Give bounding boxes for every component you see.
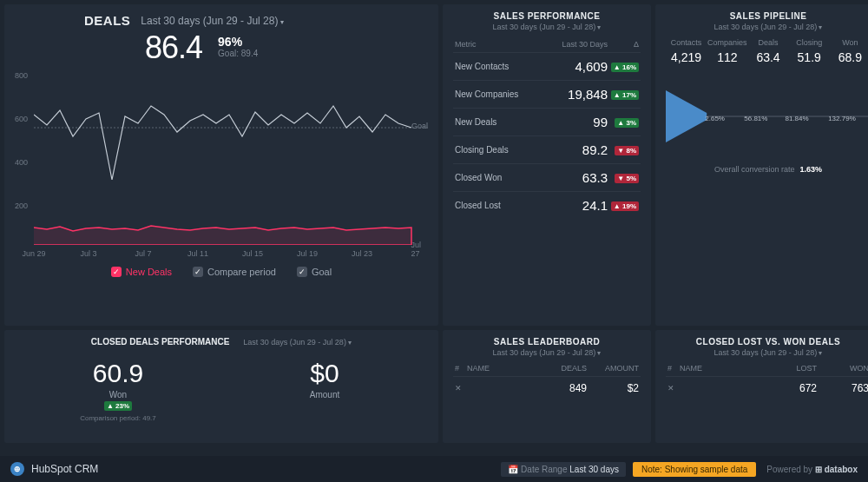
pipe-col: Closing xyxy=(789,38,830,47)
perf-row: Closed Lost24.1▲ 19% xyxy=(453,191,641,219)
ytick: 200 xyxy=(15,201,28,210)
powered-by: Powered by ⊞ databox xyxy=(766,465,858,474)
lostwon-range-selector[interactable]: Last 30 days (Jun 29 - Jul 28) xyxy=(666,348,868,357)
perf-row: New Deals99▲ 3% xyxy=(453,108,641,135)
lost-won-card: CLOSED LOST VS. WON DEALS Last 30 days (… xyxy=(655,330,868,443)
table-row: ✕ 849 $2 xyxy=(453,376,641,399)
sales-pipeline-card: SALES PIPELINE Last 30 days (Jun 29 - Ju… xyxy=(655,4,868,326)
funnel-pct: 56.81% xyxy=(744,115,767,122)
pipe-title: SALES PIPELINE xyxy=(666,11,868,21)
legend-compare[interactable]: ✓Compare period xyxy=(193,267,276,277)
pipe-val: 4,219 xyxy=(666,50,707,64)
leader-title: SALES LEADERBOARD xyxy=(453,337,641,347)
closed-title: CLOSED DEALS PERFORMANCE xyxy=(91,337,229,347)
deals-chart: 800 600 400 200 Goal Jun 29 Jul 3 Jul 7 … xyxy=(15,71,428,258)
ytick: 600 xyxy=(15,115,28,123)
app-logo-icon: ⊕ xyxy=(10,462,24,476)
pipe-val: 68.9 xyxy=(830,50,868,64)
legend-goal[interactable]: ✓Goal xyxy=(297,267,332,277)
xtick: Jul 15 xyxy=(242,249,263,258)
funnel-pct: 132.79% xyxy=(828,115,856,122)
perf-range-selector[interactable]: Last 30 days (Jun 29 - Jul 28) xyxy=(453,23,641,31)
xtick: Jul 3 xyxy=(80,249,96,258)
closed-amount-label: Amount xyxy=(221,390,428,399)
pipe-val: 112 xyxy=(707,50,747,64)
pipe-val: 63.4 xyxy=(747,50,788,64)
col-lost: LOST xyxy=(765,364,817,373)
footer: ⊕ HubSpot CRM 📅 Date Range Last 30 days … xyxy=(0,456,868,482)
date-range-selector[interactable]: 📅 Date Range Last 30 days xyxy=(501,462,626,477)
perf-row: Closing Deals89.2▼ 8% xyxy=(453,135,641,163)
overall-conversion: Overall conversion rate1.63% xyxy=(666,165,868,174)
closed-won-value: 60.9 xyxy=(15,359,221,388)
col-amount: AMOUNT xyxy=(587,364,639,373)
xtick: Jul 27 xyxy=(411,241,423,258)
closed-comparison: Comparison period: 49.7 xyxy=(15,414,221,422)
svg-marker-1 xyxy=(666,90,707,142)
closed-range-selector[interactable]: Last 30 days (Jun 29 - Jul 28) xyxy=(243,338,352,347)
deals-range-selector[interactable]: Last 30 days (Jun 29 - Jul 28) xyxy=(141,15,283,27)
col-name: NAME xyxy=(467,364,535,373)
col-rank: # xyxy=(667,364,680,373)
pipeline-funnel: 2.65% 56.81% 81.84% 132.79% xyxy=(666,82,868,151)
ytick: 400 xyxy=(15,158,28,167)
app-name: HubSpot CRM xyxy=(31,463,98,475)
xtick: Jul 7 xyxy=(135,249,151,258)
pipe-val: 51.9 xyxy=(789,50,830,64)
lostwon-title: CLOSED LOST VS. WON DEALS xyxy=(666,337,868,347)
closed-won-label: Won xyxy=(15,390,221,399)
col-rank: # xyxy=(455,364,467,373)
closed-won-delta: ▲ 23% xyxy=(104,401,132,411)
table-row: ✕ 672 763 xyxy=(666,376,868,399)
xtick: Jun 29 xyxy=(22,249,45,258)
legend-new-deals[interactable]: ✓New Deals xyxy=(111,267,172,277)
leaderboard-card: SALES LEADERBOARD Last 30 days (Jun 29 -… xyxy=(443,330,651,443)
deals-goal: Goal: 89.4 xyxy=(218,49,258,58)
ytick: 800 xyxy=(15,71,28,80)
closed-deals-card: CLOSED DEALS PERFORMANCE Last 30 days (J… xyxy=(4,330,438,443)
deals-pct: 96% xyxy=(218,35,258,49)
sales-performance-card: SALES PERFORMANCE Last 30 days (Jun 29 -… xyxy=(443,4,651,326)
col-name: NAME xyxy=(680,364,765,373)
xtick: Jul 11 xyxy=(187,249,208,258)
pipe-col: Companies xyxy=(707,38,747,47)
perf-title: SALES PERFORMANCE xyxy=(453,11,641,21)
perf-row: New Contacts4,609▲ 16% xyxy=(453,52,641,80)
deals-title: DEALS xyxy=(84,13,130,28)
sample-data-badge: Note: Showing sample data xyxy=(633,462,756,477)
pipe-col: Won xyxy=(830,38,868,47)
leader-range-selector[interactable]: Last 30 days (Jun 29 - Jul 28) xyxy=(453,348,641,357)
pipe-col: Contacts xyxy=(666,38,707,47)
funnel-pct: 2.65% xyxy=(705,115,725,122)
col-metric: Metric xyxy=(455,40,547,49)
pipe-col: Deals xyxy=(747,38,788,47)
col-deals: DEALS xyxy=(535,364,587,373)
perf-row: New Companies19,848▲ 17% xyxy=(453,80,641,108)
perf-row: Closed Won63.3▼ 5% xyxy=(453,163,641,191)
xtick: Jul 19 xyxy=(297,249,318,258)
pipe-range-selector[interactable]: Last 30 days (Jun 29 - Jul 28) xyxy=(666,23,868,31)
xtick: Jul 23 xyxy=(352,249,372,258)
col-delta: Δ xyxy=(608,40,639,49)
col-last: Last 30 Days xyxy=(547,40,608,49)
deals-value: 86.4 xyxy=(145,30,202,66)
col-won: WON xyxy=(817,364,868,373)
funnel-pct: 81.84% xyxy=(785,115,808,122)
deals-card: DEALS Last 30 days (Jun 29 - Jul 28) 86.… xyxy=(4,4,438,326)
closed-amount-value: $0 xyxy=(221,359,428,388)
